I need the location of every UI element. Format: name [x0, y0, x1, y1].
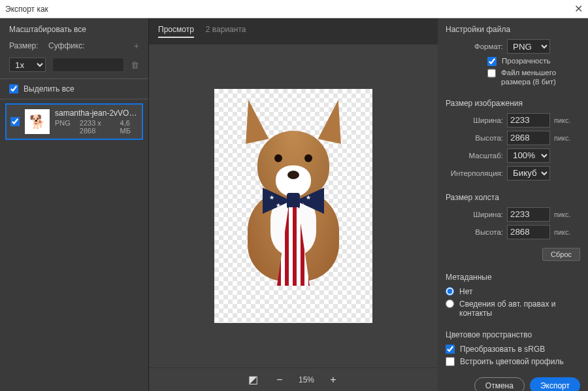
convert-srgb-checkbox[interactable] — [446, 345, 455, 354]
cvs-width-input[interactable] — [507, 207, 550, 222]
transparency-checkbox[interactable] — [487, 57, 497, 66]
image-size-title: Размер изображения — [446, 97, 580, 108]
img-height-input[interactable] — [507, 131, 550, 145]
add-scale-icon[interactable]: + — [134, 41, 139, 51]
zoom-value: 15% — [299, 375, 314, 384]
suffix-label: Суффикс: — [48, 41, 78, 50]
asset-format: PNG — [55, 119, 71, 135]
asset-item[interactable]: 🐕 samantha-jean-2vVOMuxR3XU-… PNG 2233 x… — [5, 103, 143, 140]
interp-label: Интерполяция: — [446, 169, 503, 177]
zoom-bar: ◩ − 15% + — [149, 367, 438, 391]
delete-scale-icon[interactable]: 🗑 — [131, 60, 139, 70]
cancel-button[interactable]: Отмена — [474, 377, 525, 391]
preview-canvas: ★★ ★★ — [214, 89, 372, 323]
left-panel: Масштабировать все Размер: Суффикс: + 1x… — [0, 18, 149, 391]
zoom-out-icon[interactable]: − — [272, 373, 287, 387]
scale-select[interactable]: 1x — [9, 58, 46, 72]
asset-name: samantha-jean-2vVOMuxR3XU-… — [55, 109, 138, 118]
tab-variants[interactable]: 2 варианта — [206, 25, 246, 38]
px-unit: пикс. — [554, 116, 571, 124]
asset-checkbox[interactable] — [10, 117, 20, 126]
select-all-checkbox[interactable] — [9, 84, 18, 94]
smaller-file-checkbox[interactable] — [487, 69, 496, 78]
embed-profile-checkbox[interactable] — [446, 357, 455, 366]
canvas-size-title: Размер холста — [446, 192, 580, 202]
tab-preview[interactable]: Просмотр — [158, 25, 194, 38]
asset-thumb: 🐕 — [25, 109, 50, 134]
cvs-height-label: Высота: — [446, 228, 503, 236]
file-settings-title: Настройки файла — [446, 24, 580, 34]
format-select[interactable]: PNG — [507, 39, 550, 54]
cvs-height-input[interactable] — [507, 225, 550, 239]
img-height-label: Высота: — [446, 134, 503, 142]
meta-copyright-label: Сведения об авт. правах и контакты — [459, 299, 580, 318]
img-scale-label: Масштаб: — [446, 152, 503, 160]
size-label: Размер: — [9, 41, 39, 50]
embed-profile-label: Встроить цветовой профиль — [460, 357, 564, 366]
img-scale-select[interactable]: 100% — [507, 148, 550, 163]
right-panel: Настройки файла Формат: PNG Прозрачность… — [438, 18, 588, 391]
meta-none-label: Нет — [459, 287, 472, 296]
meta-copyright-radio[interactable] — [446, 299, 454, 308]
window-title: Экспорт как — [5, 5, 48, 14]
asset-dims: 2233 x 2868 — [80, 119, 111, 135]
meta-none-radio[interactable] — [446, 287, 454, 296]
smaller-file-label: Файл меньшего размера (8 бит) — [501, 69, 580, 87]
asset-filesize: 4,6 МБ — [120, 119, 138, 135]
format-label: Формат: — [446, 42, 503, 50]
img-width-input[interactable] — [507, 113, 550, 128]
zoom-in-icon[interactable]: + — [326, 373, 340, 387]
interp-select[interactable]: Бикуби… — [507, 166, 550, 180]
convert-srgb-label: Преобразовать в sRGB — [460, 345, 545, 354]
scale-all-header: Масштабировать все — [0, 18, 148, 38]
reset-button[interactable]: Сброс — [542, 248, 580, 261]
close-icon[interactable]: ✕ — [574, 3, 583, 15]
canvas-options-icon[interactable]: ◩ — [246, 373, 261, 387]
preview-area[interactable]: ★★ ★★ — [149, 44, 438, 367]
img-width-label: Ширина: — [446, 116, 503, 124]
transparency-label: Прозрачность — [502, 57, 551, 66]
center-panel: Просмотр 2 варианта ★★ ★★ — [149, 18, 438, 391]
metadata-title: Метаданные — [446, 271, 580, 282]
suffix-input[interactable] — [52, 58, 124, 72]
select-all-label: Выделить все — [24, 84, 74, 94]
titlebar: Экспорт как ✕ — [0, 0, 588, 18]
cvs-width-label: Ширина: — [446, 211, 503, 218]
colorspace-title: Цветовое пространство — [446, 329, 580, 339]
export-button[interactable]: Экспорт — [530, 377, 580, 391]
